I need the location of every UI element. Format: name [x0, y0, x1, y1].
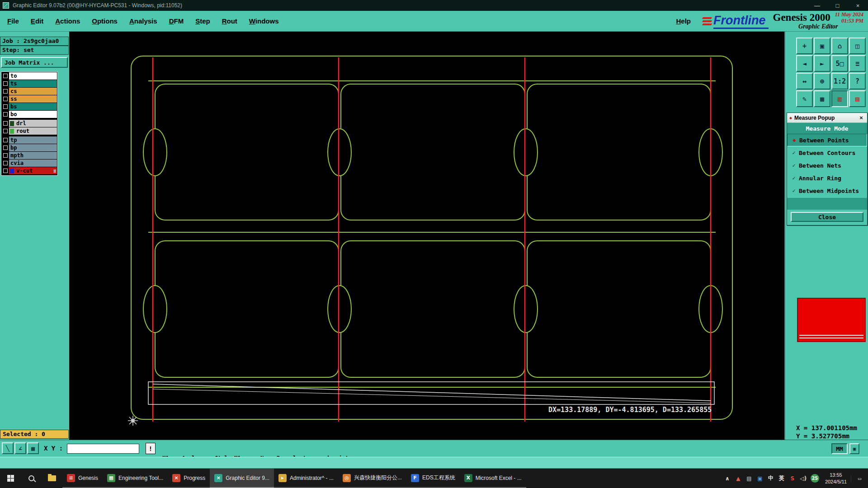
- zoom-ratio-button[interactable]: 1:2: [831, 73, 848, 89]
- layer-visibility-checkbox[interactable]: [3, 81, 8, 86]
- layer-visibility-checkbox[interactable]: [3, 161, 8, 165]
- start-button[interactable]: [0, 469, 21, 488]
- layer-row-ts[interactable]: ts: [2, 80, 57, 87]
- overview-navigator[interactable]: [797, 298, 866, 342]
- line-snap-tool-button[interactable]: ╲: [2, 442, 14, 454]
- tray-keyboard-icon[interactable]: ▤: [744, 475, 755, 482]
- grid-snap-tool-button[interactable]: ▦: [27, 442, 39, 454]
- layer-row-drl[interactable]: drl: [2, 120, 57, 127]
- layer-row-bp[interactable]: bp: [2, 144, 57, 151]
- tray-app-red-icon[interactable]: ▲: [733, 475, 744, 482]
- battery-percent-badge[interactable]: 25: [811, 474, 819, 483]
- ime-chinese-icon[interactable]: 中: [765, 474, 776, 482]
- layer-visibility-checkbox[interactable]: [3, 169, 8, 173]
- taskbar-app-label: Engineering Tool...: [118, 475, 163, 481]
- layer-row-bo[interactable]: bo: [2, 111, 57, 118]
- close-button[interactable]: ×: [848, 0, 868, 11]
- next-view-button[interactable]: ►: [814, 55, 830, 72]
- fit-view-button[interactable]: ↔: [796, 73, 813, 89]
- taskbar-clock[interactable]: 13:55 2024/5/11: [821, 472, 851, 485]
- layer-row-bs[interactable]: bs: [2, 103, 57, 110]
- volume-icon[interactable]: ◁): [798, 475, 809, 482]
- layer-name: bp: [9, 145, 17, 151]
- taskbar-search-button[interactable]: [21, 469, 42, 488]
- layer-visibility-checkbox[interactable]: [3, 153, 8, 158]
- prompt-warning-icon[interactable]: !: [146, 443, 156, 454]
- measure-mode-annular-ring[interactable]: ✓ Annular Ring: [787, 172, 867, 184]
- tray-expand-icon[interactable]: ∧: [722, 475, 733, 482]
- window-view-button[interactable]: ▣: [814, 38, 830, 54]
- help-button[interactable]: ?: [849, 73, 866, 89]
- layer-visibility-checkbox[interactable]: [3, 97, 8, 101]
- layer-visibility-checkbox[interactable]: [3, 89, 8, 94]
- taskbar-app-graphic-editor[interactable]: × Graphic Editor 9...: [210, 469, 274, 488]
- notification-center-button[interactable]: ▭: [851, 475, 868, 482]
- job-matrix-button[interactable]: Job Matrix ...: [1, 57, 68, 68]
- zoom-5x-button[interactable]: 5□: [831, 55, 848, 72]
- layer-row-vcut[interactable]: v-cut≡: [2, 167, 57, 174]
- taskbar-app-excel[interactable]: X Microsoft Excel - ...: [460, 469, 526, 488]
- measure-mode-header: Measure Mode: [787, 123, 867, 134]
- layer-list-button[interactable]: ≡: [849, 55, 866, 72]
- home-view-button[interactable]: ⌂: [831, 38, 848, 54]
- highlight-tool-button[interactable]: ▥: [831, 90, 848, 107]
- layer-visibility-checkbox[interactable]: [3, 104, 8, 109]
- menu-dfm[interactable]: DFM: [169, 17, 184, 25]
- maximize-button[interactable]: □: [827, 0, 848, 11]
- sogou-icon[interactable]: S: [787, 475, 798, 482]
- layer-visibility-checkbox[interactable]: [3, 121, 8, 126]
- sketch-tool-button[interactable]: ✎: [796, 90, 813, 107]
- layer-row-tp[interactable]: tp: [2, 136, 57, 144]
- units-toggle-button[interactable]: MM: [831, 443, 848, 454]
- measure-popup: ◆ Measure Popup × Measure Mode ◆ Between…: [787, 113, 868, 225]
- taskbar-app-progress[interactable]: × Progress: [168, 469, 210, 488]
- menu-analysis[interactable]: Analysis: [129, 17, 157, 25]
- layer-row-cvia[interactable]: cvia: [2, 160, 57, 167]
- file-explorer-button[interactable]: [42, 469, 62, 488]
- measure-mode-between-midpoints[interactable]: ✓ Between Midpoints: [787, 184, 867, 197]
- xy-input[interactable]: [67, 444, 139, 454]
- tray-app-blue-icon[interactable]: ▣: [755, 475, 765, 482]
- measure-mode-between-contours[interactable]: ✓ Between Contours: [787, 146, 867, 159]
- layer-visibility-checkbox[interactable]: [3, 145, 8, 150]
- prev-view-button[interactable]: ◄: [796, 55, 813, 72]
- grid-toggle-button[interactable]: ▦: [814, 90, 830, 107]
- layer-row-to[interactable]: to: [2, 72, 57, 80]
- center-view-button[interactable]: ⊕: [814, 73, 830, 89]
- taskbar-app-administrator[interactable]: ▸ Administrator^ - ...: [274, 469, 338, 488]
- menu-edit[interactable]: Edit: [31, 17, 43, 25]
- layer-visibility-checkbox[interactable]: [3, 112, 8, 117]
- minimize-button[interactable]: —: [807, 0, 827, 11]
- measure-mode-between-nets[interactable]: ✓ Between Nets: [787, 159, 867, 172]
- search-icon: [28, 475, 34, 481]
- measure-mode-between-points[interactable]: ◆ Between Points: [787, 134, 867, 146]
- menu-step[interactable]: Step: [195, 17, 210, 25]
- units-aux-button[interactable]: ▣: [849, 443, 859, 454]
- pcb-canvas[interactable]: DX=133.17889, DY=-4.813695, D=133.265855: [69, 32, 784, 440]
- layer-visibility-checkbox[interactable]: [3, 74, 8, 78]
- menu-help[interactable]: Help: [676, 17, 691, 25]
- measure-close-button[interactable]: Close: [791, 212, 863, 222]
- ime-english-icon[interactable]: 英: [776, 474, 787, 482]
- menu-actions[interactable]: Actions: [55, 17, 80, 25]
- layer-visibility-checkbox[interactable]: [3, 138, 8, 142]
- layer-row-cs[interactable]: cs: [2, 88, 57, 95]
- crosshair-tool-button[interactable]: +: [796, 38, 813, 54]
- angle-tool-button[interactable]: ∠: [14, 442, 26, 454]
- layer-row-rout[interactable]: rout: [2, 127, 57, 135]
- split-view-button[interactable]: ◫: [849, 38, 866, 54]
- layer-visibility-checkbox[interactable]: [3, 129, 8, 133]
- layer-row-ss[interactable]: ss: [2, 95, 57, 103]
- io-tool-button[interactable]: ▤: [849, 90, 866, 107]
- menu-windows[interactable]: Windows: [249, 17, 279, 25]
- taskbar-app-eds[interactable]: F EDS工程系统: [406, 469, 460, 488]
- taskbar-app-genesis[interactable]: ≡ Genesis: [62, 469, 103, 488]
- menu-rout[interactable]: Rout: [222, 17, 237, 25]
- taskbar-app-engineering-tool[interactable]: ▦ Engineering Tool...: [103, 469, 168, 488]
- layer-row-mpth[interactable]: mpth: [2, 152, 57, 159]
- measure-popup-close-icon[interactable]: ×: [858, 114, 865, 121]
- menu-file[interactable]: File: [7, 17, 19, 25]
- menu-options[interactable]: Options: [92, 17, 118, 25]
- measure-popup-titlebar[interactable]: ◆ Measure Popup ×: [787, 113, 867, 123]
- taskbar-app-xingsen[interactable]: ◎ 兴森快捷衡阳分公...: [338, 469, 406, 488]
